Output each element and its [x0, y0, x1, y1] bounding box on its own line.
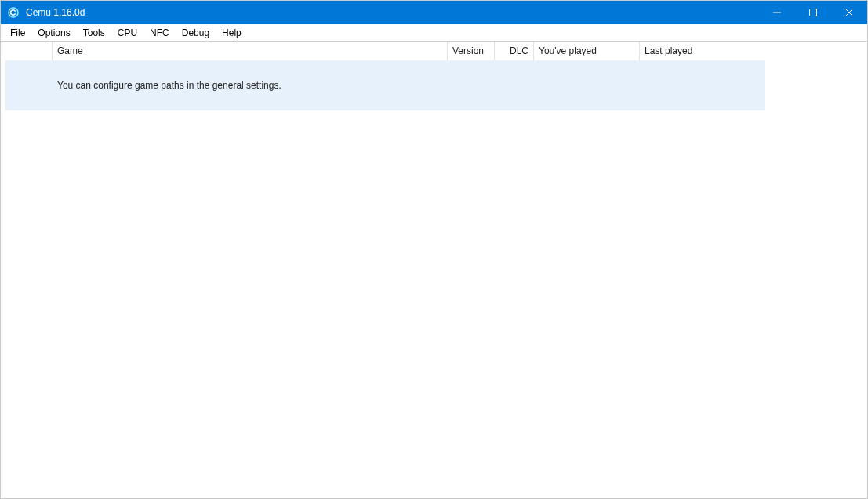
menu-help[interactable]: Help [216, 26, 248, 40]
window-controls [759, 1, 867, 24]
info-row: You can configure game paths in the gene… [5, 60, 765, 110]
info-row-played-cell [534, 60, 640, 110]
window-titlebar: Cemu 1.16.0d [1, 1, 867, 24]
info-message: You can configure game paths in the gene… [57, 80, 281, 91]
content-area: Game Version DLC You've played Last play… [1, 42, 867, 498]
titlebar-left: Cemu 1.16.0d [1, 6, 85, 19]
game-list: Game Version DLC You've played Last play… [5, 42, 765, 110]
window-title: Cemu 1.16.0d [26, 7, 85, 18]
column-header-played[interactable]: You've played [534, 42, 640, 60]
info-row-version-cell [448, 60, 495, 110]
column-header-last[interactable]: Last played [640, 42, 765, 60]
maximize-button[interactable] [795, 1, 831, 24]
column-header-dlc[interactable]: DLC [495, 42, 534, 60]
column-header-version[interactable]: Version [448, 42, 495, 60]
menu-nfc[interactable]: NFC [143, 26, 176, 40]
menu-options[interactable]: Options [31, 26, 76, 40]
info-row-icon-cell [5, 60, 53, 110]
menu-debug[interactable]: Debug [176, 26, 216, 40]
menubar: File Options Tools CPU NFC Debug Help [1, 24, 867, 42]
game-list-header: Game Version DLC You've played Last play… [5, 42, 765, 60]
svg-rect-2 [810, 9, 817, 16]
menu-cpu[interactable]: CPU [111, 26, 143, 40]
close-button[interactable] [831, 1, 867, 24]
minimize-button[interactable] [759, 1, 795, 24]
info-row-last-cell [640, 60, 765, 110]
info-row-dlc-cell [495, 60, 534, 110]
app-icon [7, 6, 20, 19]
info-row-message-cell: You can configure game paths in the gene… [53, 60, 448, 110]
menu-file[interactable]: File [4, 26, 31, 40]
menu-tools[interactable]: Tools [77, 26, 111, 40]
column-header-icon[interactable] [5, 42, 53, 60]
column-header-game[interactable]: Game [53, 42, 448, 60]
